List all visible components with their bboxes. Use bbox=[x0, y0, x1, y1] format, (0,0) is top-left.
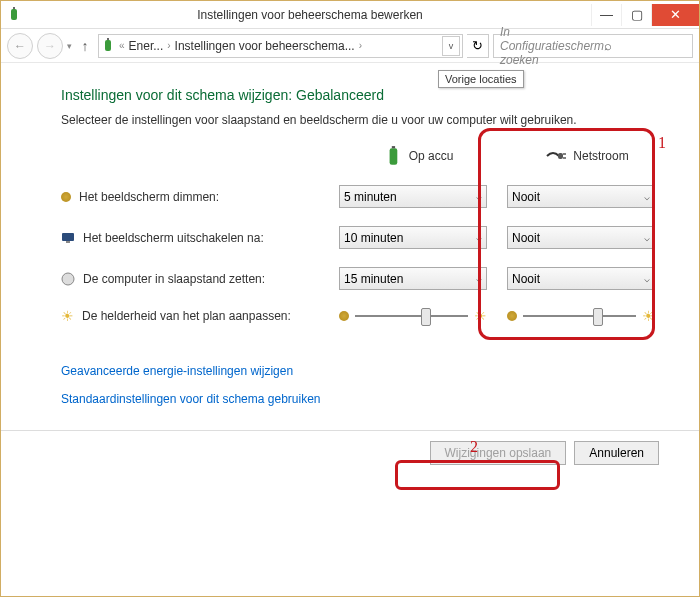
back-button[interactable]: ← bbox=[7, 33, 33, 59]
sun-high-icon: ☀ bbox=[474, 308, 487, 324]
app-icon bbox=[1, 7, 29, 23]
svg-rect-4 bbox=[389, 148, 397, 165]
chevron-down-icon: ⌵ bbox=[644, 273, 650, 284]
chevron-down-icon: ⌵ bbox=[476, 232, 482, 243]
breadcrumb-seg1[interactable]: Ener... bbox=[127, 39, 166, 53]
content-area: Instellingen voor dit schema wijzigen: G… bbox=[1, 63, 699, 430]
row-brightness-label: ☀ De helderheid van het plan aanpassen: bbox=[61, 308, 331, 324]
chevron-down-icon: ⌵ bbox=[476, 273, 482, 284]
navbar: ← → ▾ ↑ « Ener... › Instellingen voor be… bbox=[1, 29, 699, 63]
page-title: Instellingen voor dit schema wijzigen: G… bbox=[61, 87, 659, 103]
annotation-label-1: 1 bbox=[658, 134, 666, 152]
dim-icon bbox=[61, 192, 71, 202]
column-header-battery: Op accu bbox=[339, 145, 499, 167]
off-battery-select[interactable]: 10 minuten⌵ bbox=[339, 226, 487, 249]
refresh-button[interactable]: ↻ bbox=[467, 34, 489, 58]
search-placeholder: In Configuratiescherm zoeken bbox=[500, 25, 604, 67]
off-plugged-select[interactable]: Nooit⌵ bbox=[507, 226, 655, 249]
plug-icon bbox=[545, 148, 567, 164]
svg-rect-3 bbox=[107, 38, 109, 40]
recent-locations-dropdown[interactable]: ▾ bbox=[67, 41, 72, 51]
annotation-label-2: 2 bbox=[470, 438, 478, 456]
search-input[interactable]: In Configuratiescherm zoeken ⌕ bbox=[493, 34, 693, 58]
svg-rect-2 bbox=[105, 40, 111, 51]
cancel-button[interactable]: Annuleren bbox=[574, 441, 659, 465]
brightness-plugged-slider[interactable]: ☀ bbox=[507, 308, 655, 324]
dim-plugged-select[interactable]: Nooit⌵ bbox=[507, 185, 655, 208]
address-dropdown-button[interactable]: v bbox=[442, 36, 460, 56]
chevron-down-icon: ⌵ bbox=[476, 191, 482, 202]
sun-low-icon bbox=[507, 311, 517, 321]
page-subtitle: Selecteer de instellingen voor slaapstan… bbox=[61, 113, 659, 127]
svg-rect-0 bbox=[11, 9, 17, 20]
save-button[interactable]: Wijzigingen opslaan bbox=[430, 441, 567, 465]
up-button[interactable]: ↑ bbox=[76, 38, 94, 54]
svg-rect-5 bbox=[391, 146, 394, 148]
svg-rect-10 bbox=[66, 241, 70, 243]
chevron-down-icon: ⌵ bbox=[644, 191, 650, 202]
svg-rect-1 bbox=[13, 7, 15, 9]
chevron-right-icon: › bbox=[357, 40, 364, 51]
column-header-plugged: Netstroom bbox=[507, 148, 667, 164]
sleep-battery-select[interactable]: 15 minuten⌵ bbox=[339, 267, 487, 290]
tooltip-previous-locations: Vorige locaties bbox=[438, 70, 524, 88]
link-advanced-settings[interactable]: Geavanceerde energie-instellingen wijzig… bbox=[61, 364, 659, 378]
address-bar[interactable]: « Ener... › Instellingen voor beheersche… bbox=[98, 34, 463, 58]
chevron-icon: « bbox=[117, 40, 127, 51]
battery-icon bbox=[385, 145, 403, 167]
chevron-down-icon: ⌵ bbox=[644, 232, 650, 243]
link-restore-defaults[interactable]: Standaardinstellingen voor dit schema ge… bbox=[61, 392, 659, 406]
breadcrumb-seg2[interactable]: Instellingen voor beheerschema... bbox=[173, 39, 357, 53]
dim-battery-select[interactable]: 5 minuten⌵ bbox=[339, 185, 487, 208]
sun-low-icon bbox=[339, 311, 349, 321]
sun-icon: ☀ bbox=[61, 308, 74, 324]
sun-high-icon: ☀ bbox=[642, 308, 655, 324]
svg-rect-9 bbox=[62, 233, 74, 241]
row-dim-label: Het beeldscherm dimmen: bbox=[61, 190, 331, 204]
search-icon: ⌕ bbox=[604, 38, 686, 53]
row-off-label: Het beeldscherm uitschakelen na: bbox=[61, 231, 331, 245]
monitor-icon bbox=[61, 231, 75, 245]
close-button[interactable]: ✕ bbox=[651, 4, 699, 26]
button-bar: Wijzigingen opslaan Annuleren bbox=[1, 430, 699, 475]
forward-button[interactable]: → bbox=[37, 33, 63, 59]
svg-rect-6 bbox=[558, 153, 563, 159]
chevron-right-icon: › bbox=[165, 40, 172, 51]
svg-point-11 bbox=[62, 273, 74, 285]
sleep-plugged-select[interactable]: Nooit⌵ bbox=[507, 267, 655, 290]
maximize-button[interactable]: ▢ bbox=[621, 4, 651, 26]
minimize-button[interactable]: — bbox=[591, 4, 621, 26]
row-sleep-label: De computer in slaapstand zetten: bbox=[61, 272, 331, 286]
moon-icon bbox=[61, 272, 75, 286]
window-title: Instellingen voor beheerschema bewerken bbox=[29, 8, 591, 22]
brightness-battery-slider[interactable]: ☀ bbox=[339, 308, 487, 324]
battery-icon bbox=[101, 38, 117, 54]
